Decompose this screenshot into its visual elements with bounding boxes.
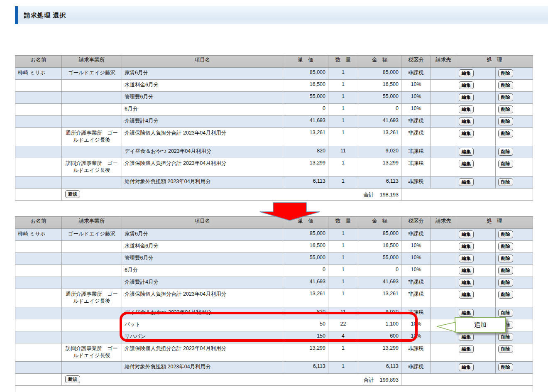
cell-tax: 非課税 — [401, 128, 431, 146]
cell-office — [62, 362, 122, 374]
edit-button[interactable]: 編集 — [459, 69, 474, 77]
cell-actions: 削除 — [496, 80, 533, 92]
cell-bill-to — [431, 265, 456, 277]
cell-actions: 編集 — [456, 229, 496, 241]
cell-office — [62, 253, 122, 265]
cell-tax: 10% — [401, 104, 431, 116]
cell-qty: 1 — [328, 176, 358, 189]
delete-button[interactable]: 削除 — [498, 105, 513, 113]
edit-button[interactable]: 編集 — [459, 333, 474, 341]
col-header-amount: 金 額 — [358, 56, 401, 68]
cell-name — [15, 176, 62, 189]
delete-button[interactable]: 削除 — [498, 93, 513, 101]
cell-name — [15, 241, 62, 253]
delete-button[interactable]: 削除 — [498, 309, 513, 317]
cell-office: 通所介護事業所 ゴールドエイジ長後 — [62, 128, 122, 146]
cell-actions: 削除 — [496, 277, 533, 289]
delete-button[interactable]: 削除 — [498, 279, 513, 287]
delete-button[interactable]: 削除 — [498, 333, 513, 341]
delete-button[interactable]: 削除 — [498, 69, 513, 77]
cell-bill-to — [431, 176, 456, 189]
edit-button[interactable]: 編集 — [459, 81, 474, 89]
added-callout: 追加 — [455, 317, 506, 333]
cell-name — [15, 104, 62, 116]
delete-button[interactable]: 削除 — [498, 178, 513, 186]
cell-unit-price: 820 — [283, 146, 328, 158]
cell-actions: 削除 — [496, 265, 533, 277]
delete-button[interactable]: 削除 — [498, 130, 513, 137]
cell-bill-to — [431, 277, 456, 289]
cell-unit-price: 13,261 — [283, 128, 328, 146]
table-row: 水道料金6月分16,500116,50010%編集削除 — [15, 241, 533, 253]
cell-actions: 編集 — [456, 128, 496, 146]
edit-button[interactable]: 編集 — [459, 291, 474, 299]
total-label: 合計 — [364, 192, 374, 198]
col-header-bill-to: 請求先 — [431, 56, 456, 68]
delete-button[interactable]: 削除 — [498, 255, 513, 262]
edit-button[interactable]: 編集 — [459, 345, 474, 353]
delete-button[interactable]: 削除 — [498, 267, 513, 274]
cell-tax: 非課税 — [401, 277, 431, 289]
cell-actions: 編集 — [456, 265, 496, 277]
cell-item: 家賃6月分 — [122, 229, 283, 241]
edit-button[interactable]: 編集 — [459, 178, 474, 186]
table-row: 通所介護事業所 ゴールドエイジ長後介護保険個人負担分合計 2023年04月利用分… — [15, 128, 533, 146]
edit-button[interactable]: 編集 — [459, 279, 474, 287]
cell-qty: 1 — [328, 277, 358, 289]
edit-button[interactable]: 編集 — [459, 148, 474, 156]
table-header-row: お名前 請求事業所 項目名 単 価 数 量 金 額 税区分 請求先 処 理 — [15, 56, 533, 68]
edit-button[interactable]: 編集 — [459, 255, 474, 262]
cell-actions: 編集 — [456, 289, 496, 307]
new-button[interactable]: 新規 — [65, 375, 80, 383]
edit-button[interactable]: 編集 — [459, 130, 474, 137]
edit-button[interactable]: 編集 — [459, 363, 474, 371]
cell-office — [62, 116, 122, 128]
cell-unit-price: 85,000 — [283, 229, 328, 241]
table-row: 介護費計4月分41,693141,693非課税編集削除 — [15, 116, 533, 128]
table-row: 通所介護事業所 ゴールドエイジ長後介護保険個人負担分合計 2023年04月利用分… — [15, 289, 533, 307]
delete-button[interactable]: 削除 — [498, 160, 513, 168]
edit-button[interactable]: 編集 — [459, 243, 474, 250]
new-button[interactable]: 新規 — [65, 190, 80, 198]
delete-button[interactable]: 削除 — [498, 118, 513, 125]
cell-bill-to — [431, 128, 456, 146]
delete-button[interactable]: 削除 — [498, 243, 513, 250]
cell-bill-to — [431, 116, 456, 128]
total-text: 合計198,193 — [364, 190, 399, 198]
cell-office: ゴールドエイジ藤沢 — [62, 68, 122, 80]
delete-button[interactable]: 削除 — [498, 230, 513, 238]
cell-office — [62, 104, 122, 116]
cell-bill-to — [431, 343, 456, 362]
edit-button[interactable]: 編集 — [459, 93, 474, 101]
cell-bill-to — [431, 362, 456, 374]
cell-actions: 編集 — [456, 158, 496, 176]
col-header-qty: 数 量 — [328, 217, 358, 229]
cell-amount: 9,020 — [358, 146, 401, 158]
cell-unit-price: 13,299 — [283, 343, 328, 362]
cell-name — [15, 189, 62, 201]
delete-button[interactable]: 削除 — [498, 81, 513, 89]
edit-button[interactable]: 編集 — [459, 118, 474, 125]
col-header-tax: 税区分 — [401, 56, 431, 68]
cell-bill-to — [431, 92, 456, 104]
table-row: 6月分01010%編集削除 — [15, 104, 533, 116]
edit-button[interactable]: 編集 — [459, 267, 474, 274]
edit-button[interactable]: 編集 — [459, 105, 474, 113]
col-header-name: お名前 — [15, 217, 62, 229]
delete-button[interactable]: 削除 — [498, 345, 513, 353]
cell-name — [15, 146, 62, 158]
edit-button[interactable]: 編集 — [459, 309, 474, 317]
edit-button[interactable]: 編集 — [459, 160, 474, 168]
delete-button[interactable]: 削除 — [498, 148, 513, 156]
cell-tax: 10% — [401, 253, 431, 265]
cell-office — [62, 146, 122, 158]
cell-item: 6月分 — [122, 265, 283, 277]
edit-button[interactable]: 編集 — [459, 230, 474, 238]
cell-tax: 非課税 — [401, 229, 431, 241]
cell-bill-to — [431, 331, 456, 343]
delete-button[interactable]: 削除 — [498, 291, 513, 299]
delete-button[interactable]: 削除 — [498, 363, 513, 371]
cell-qty: 1 — [328, 128, 358, 146]
cell-amount: 55,000 — [358, 253, 401, 265]
down-arrow-annotation — [257, 202, 322, 222]
